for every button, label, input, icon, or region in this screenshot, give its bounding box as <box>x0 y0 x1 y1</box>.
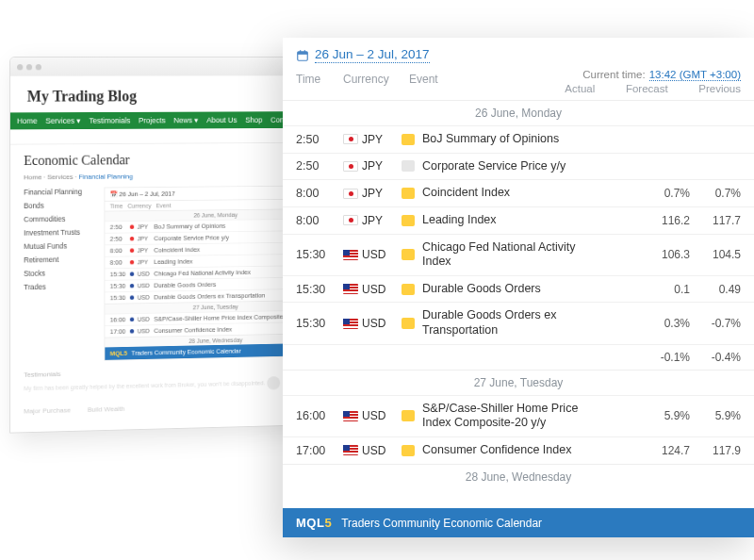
footer-brand: MQL <box>296 516 324 530</box>
chrome-dot <box>36 64 41 70</box>
cell-forecast: 0.3% <box>639 317 690 330</box>
avatar <box>267 376 280 389</box>
nav-item[interactable]: News ▾ <box>173 116 198 124</box>
table-row[interactable]: 16:00 USD S&P/Case-Shiller Home Price In… <box>283 395 754 436</box>
mql5-logo: MQL5 <box>296 516 332 530</box>
nav-item[interactable]: Projects <box>139 116 166 124</box>
nav-item[interactable]: Shop <box>245 116 262 124</box>
nav-item[interactable]: About Us <box>206 116 237 124</box>
cell-currency: JPY <box>362 133 402 146</box>
importance-indicator <box>402 249 415 260</box>
day-separator: 26 June, Monday <box>283 100 754 125</box>
cell-time: 15:30 <box>296 317 343 330</box>
table-row[interactable]: 8:00 JPY Leading Index 116.2 117.7 <box>283 206 754 234</box>
flag-jp-icon <box>343 134 358 144</box>
cell-flag <box>343 161 362 172</box>
footer-brand-5: 5 <box>324 516 332 530</box>
cell-event: Durable Goods Orders ex Transportation <box>422 308 588 338</box>
cell-event: S&P/Case-Shiller Home Price Index Compos… <box>422 402 588 431</box>
nav-item[interactable]: Home <box>17 117 37 125</box>
table-row[interactable]: 15:30 USD Durable Goods Orders ex Transp… <box>283 302 754 343</box>
cell-currency: USD <box>362 248 402 261</box>
col-previous: Previous <box>668 83 741 94</box>
mini-brand: MQL <box>110 350 124 357</box>
mini-date-range[interactable]: 26 Jun – 2 Jul, 2017 <box>119 189 174 198</box>
sidebar-item[interactable]: Financial Planning <box>24 188 92 197</box>
blog-bottom-links: Major Purchase Build Wealth <box>24 400 325 415</box>
sidebar-item[interactable]: Mutual Funds <box>24 241 92 251</box>
flag-us-icon <box>343 319 358 329</box>
importance-indicator <box>402 215 415 226</box>
day-separator: 28 June, Wednesday <box>283 464 754 489</box>
date-range-picker[interactable]: 26 Jun – 2 Jul, 2017 <box>315 47 430 63</box>
cell-event: Corporate Service Price y/y <box>422 159 588 174</box>
table-row[interactable]: 8:00 JPY Coincident Index 0.7% 0.7% <box>283 179 754 206</box>
cell-previous: 117.7 <box>690 214 741 227</box>
cell-time: 15:30 <box>296 283 343 296</box>
cell-flag <box>343 319 362 329</box>
importance-indicator <box>402 160 415 172</box>
current-time-label: Current time: <box>582 69 645 80</box>
blog-sidebar: Financial Planning Bonds Commodities Inv… <box>24 188 92 363</box>
svg-rect-2 <box>300 50 301 53</box>
cell-time: 2:50 <box>296 133 343 146</box>
nav-item[interactable]: Services ▾ <box>45 117 80 125</box>
bottom-link[interactable]: Major Purchase <box>24 406 71 415</box>
cell-forecast: 0.7% <box>639 187 690 200</box>
crumb-item[interactable]: Services <box>47 173 73 181</box>
cell-currency: JPY <box>362 187 402 200</box>
cell-time: 8:00 <box>296 214 343 227</box>
cell-previous: 0.49 <box>690 283 741 296</box>
sidebar-item[interactable]: Investment Trusts <box>24 228 92 238</box>
chrome-dot <box>26 64 32 70</box>
cell-flag <box>343 250 362 260</box>
crumb-item[interactable]: Home <box>24 173 41 181</box>
table-row[interactable]: 17:00 USD Consumer Confidence Index 124.… <box>283 436 754 464</box>
table-row[interactable]: 15:30 USD Durable Goods Orders 0.1 0.49 <box>283 275 754 303</box>
col-actual: Actual <box>522 83 595 94</box>
chrome-dot <box>17 64 23 70</box>
calendar-icon <box>296 49 309 62</box>
importance-indicator <box>402 445 415 456</box>
sidebar-item[interactable]: Stocks <box>24 269 92 278</box>
mini-col: Currency <box>127 203 151 209</box>
flag-jp-icon <box>343 161 358 172</box>
flag-us-icon <box>343 445 358 455</box>
cell-flag <box>343 134 362 144</box>
sidebar-item[interactable]: Trades <box>24 282 92 291</box>
nav-item[interactable]: Testimonials <box>90 116 131 124</box>
panel-header: 26 Jun – 2 Jul, 2017 <box>283 38 754 69</box>
cell-forecast: 5.9% <box>639 409 690 422</box>
calendar-panel: 26 Jun – 2 Jul, 2017 Time Currency Event… <box>283 38 754 537</box>
importance-indicator <box>402 188 415 199</box>
cell-time: 17:00 <box>296 444 343 457</box>
table-row[interactable]: -0.1%-0.4% <box>283 344 754 370</box>
cell-currency: USD <box>362 409 402 422</box>
cell-event: Durable Goods Orders <box>422 282 588 297</box>
cell-event: Chicago Fed National Activity Index <box>422 240 588 270</box>
cell-time: 2:50 <box>296 159 343 173</box>
cell-currency: JPY <box>362 159 402 173</box>
table-row[interactable]: 2:50 JPY BoJ Summary of Opinions <box>283 125 754 153</box>
sidebar-item[interactable]: Bonds <box>24 201 92 210</box>
breadcrumb: Home · Services · Financial Planning <box>24 171 325 181</box>
cell-event: BoJ Summary of Opinions <box>422 132 588 147</box>
page-heading: Economic Calendar <box>24 151 325 168</box>
cell-previous: 5.9% <box>690 409 741 422</box>
day-separator: 27 June, Tuesday <box>283 370 754 395</box>
sidebar-item[interactable]: Retirement <box>24 255 92 264</box>
sidebar-item[interactable]: Commodities <box>24 214 92 223</box>
flag-us-icon <box>343 284 358 294</box>
cell-previous: 104.5 <box>690 248 741 261</box>
cell-time: 16:00 <box>296 409 343 422</box>
footer-tagline: Traders Community Economic Calendar <box>341 517 542 530</box>
flag-us-icon <box>343 250 358 260</box>
flag-jp-icon <box>343 215 358 225</box>
current-time-value[interactable]: 13:42 (GMT +3:00) <box>649 69 741 81</box>
table-row[interactable]: 15:30 USD Chicago Fed National Activity … <box>283 234 754 275</box>
table-row[interactable]: 2:50 JPY Corporate Service Price y/y <box>283 153 754 180</box>
cell-time: 8:00 <box>296 187 343 200</box>
panel-footer: MQL5 Traders Community Economic Calendar <box>283 508 754 537</box>
bottom-link[interactable]: Build Wealth <box>88 405 125 414</box>
cell-currency: JPY <box>362 214 402 227</box>
